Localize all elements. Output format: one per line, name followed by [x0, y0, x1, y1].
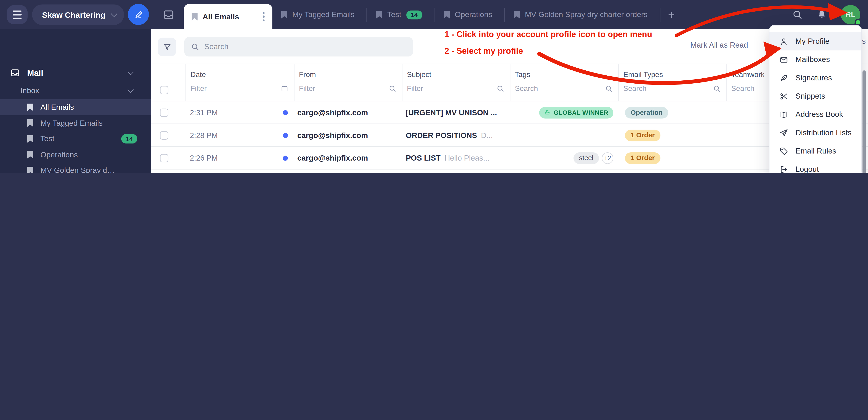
menu-item-snippets[interactable]: Snippets — [770, 87, 861, 105]
sidebar-item-all-emails[interactable]: All Emails — [0, 99, 151, 115]
partial-hidden-text: s — [862, 37, 866, 45]
column-header-date: DateFilter — [185, 64, 294, 101]
table-row[interactable]: 2:26 PMcargo@shipfix.comPOS LISTHello Pl… — [151, 147, 868, 170]
email-type-pill[interactable]: 1 Order — [625, 129, 660, 141]
more-tags-badge[interactable]: +2 — [602, 152, 613, 164]
menu-item-signatures[interactable]: Signatures — [770, 69, 861, 87]
search-placeholder: Search — [205, 43, 228, 51]
global-search-button[interactable] — [792, 9, 803, 20]
row-checkbox[interactable] — [160, 108, 168, 117]
inbox-tray-button[interactable] — [162, 8, 175, 23]
bookmark-icon — [27, 135, 33, 143]
column-filter-input[interactable]: Search — [515, 84, 613, 92]
hamburger-menu-button[interactable] — [7, 5, 28, 24]
row-subject-cell: POS LISTHello Pleas... — [402, 147, 510, 169]
tab-operations[interactable]: Operations — [435, 0, 504, 29]
sidebar-item-operations[interactable]: Operations — [0, 147, 151, 163]
select-all-checkbox[interactable] — [160, 86, 168, 94]
row-tags-cell — [510, 170, 618, 173]
inbox-label: Inbox — [21, 86, 39, 94]
row-sender: cargo@shipfix.com — [297, 108, 368, 117]
table-row[interactable]: 2:31 PMcargo@shipfix.com[URGENT] MV UNIS… — [151, 101, 868, 124]
header-checkbox-cell — [151, 64, 185, 101]
column-filter-input[interactable]: Search — [623, 84, 721, 92]
filter-button[interactable] — [158, 37, 176, 56]
row-subject: ORDER POSITIONS — [406, 131, 477, 139]
email-type-pill[interactable]: 1 Order — [625, 152, 660, 164]
row-date-cell: 2:28 PM — [185, 124, 294, 146]
row-checkbox[interactable] — [160, 131, 168, 139]
menu-item-email-rules[interactable]: Email Rules — [770, 142, 861, 160]
table-row[interactable]: 2:25 PM3cargo, Manuel, MicrosoftUndelive… — [151, 170, 868, 173]
unread-count-badge: 14 — [121, 134, 137, 143]
feather-icon — [779, 73, 788, 82]
row-sender: cargo@shipfix.com — [297, 131, 368, 139]
sidebar-item-label: MV Golden Spray dry c... — [40, 167, 115, 173]
column-filter-input[interactable]: Filter — [190, 84, 288, 92]
row-checkbox-cell — [151, 170, 185, 173]
bookmark-icon — [376, 11, 382, 19]
vessel-tag[interactable]: GLOBAL WINNER — [539, 107, 613, 118]
column-filter-input[interactable]: Filter — [407, 84, 504, 92]
bookmark-icon — [27, 151, 33, 159]
sidebar-item-test[interactable]: Test14 — [0, 131, 151, 147]
mail-icon — [779, 55, 788, 64]
filter-placeholder: Search — [623, 84, 647, 92]
ship-icon — [544, 109, 551, 116]
tag[interactable]: steel — [574, 152, 599, 164]
sidebar-section-mail[interactable]: Mail — [0, 65, 151, 81]
row-from-cell: cargo@shipfix.com — [294, 124, 402, 146]
notifications-button[interactable] — [816, 9, 827, 20]
tab-my-tagged-emails[interactable]: My Tagged Emails — [272, 0, 367, 29]
menu-item-distribution-lists[interactable]: Distribution Lists — [770, 123, 861, 142]
column-label: Email Types — [623, 71, 720, 79]
inbox-tray-icon — [162, 8, 175, 21]
workspace-selector[interactable]: Skaw Chartering — [32, 4, 124, 25]
bookmark-icon — [281, 11, 287, 19]
column-label: Tags — [515, 71, 612, 79]
sidebar-item-mv-golden-spray-dry-c-[interactable]: MV Golden Spray dry c... — [0, 163, 151, 173]
search-input[interactable]: Search — [184, 37, 413, 56]
sidebar-item-label: My Tagged Emails — [40, 119, 103, 127]
sidebar-item-my-tagged-emails[interactable]: My Tagged Emails — [0, 115, 151, 131]
bookmark-icon — [27, 104, 33, 111]
column-filter-input[interactable]: Filter — [299, 84, 396, 92]
bookmark-icon — [27, 119, 33, 127]
search-icon — [191, 43, 199, 51]
menu-item-logout[interactable]: Logout — [770, 160, 861, 173]
compose-button[interactable] — [128, 4, 149, 25]
tab-mv-golden-spray-dry-charter-orders[interactable]: MV Golden Spray dry charter orders — [505, 0, 660, 29]
filter-placeholder: Filter — [190, 84, 207, 92]
tab-options-icon[interactable] — [254, 12, 265, 21]
sidebar-item-label: Test — [40, 135, 55, 143]
sidebar-item-inbox[interactable]: Inbox — [0, 82, 151, 99]
tab-test[interactable]: Test14 — [367, 0, 434, 29]
mark-all-read-button[interactable]: Mark All as Read — [690, 41, 748, 49]
menu-item-mailboxes[interactable]: Mailboxes — [770, 50, 861, 68]
row-checkbox[interactable] — [160, 154, 168, 162]
email-type-pill[interactable]: Operation — [625, 107, 668, 118]
row-meta — [283, 147, 288, 169]
menu-item-label: Distribution Lists — [796, 129, 851, 137]
table-row[interactable]: 2:28 PMcargo@shipfix.comORDER POSITIONSD… — [151, 124, 868, 147]
menu-item-address-book[interactable]: Address Book — [770, 105, 861, 123]
row-tags-cell: GLOBAL WINNER — [510, 101, 618, 123]
menu-item-my-profile[interactable]: My Profile — [770, 32, 861, 50]
row-time: 2:26 PM — [190, 154, 218, 162]
account-profile-avatar[interactable]: RL — [841, 5, 860, 24]
scrollbar[interactable] — [863, 71, 866, 173]
add-tab-button[interactable]: + — [660, 0, 683, 29]
menu-item-label: Logout — [796, 165, 819, 173]
row-date-cell: 2:26 PM — [185, 147, 294, 169]
menu-item-label: Mailboxes — [796, 55, 830, 63]
pencil-icon — [133, 10, 143, 19]
bookmark-icon — [27, 167, 33, 173]
row-email-type-cell: Operation — [618, 101, 726, 123]
table-header: DateFilterFromFilterSubjectFilterTagsSea… — [151, 64, 868, 101]
tab-label: Test — [387, 10, 401, 19]
sidebar-item-label: All Emails — [40, 103, 74, 111]
row-tags-cell — [510, 124, 618, 146]
tab-all-emails[interactable]: All Emails — [184, 4, 272, 29]
bookmark-icon — [444, 11, 450, 19]
row-subject: [URGENT] MV UNISON ... — [406, 108, 497, 117]
